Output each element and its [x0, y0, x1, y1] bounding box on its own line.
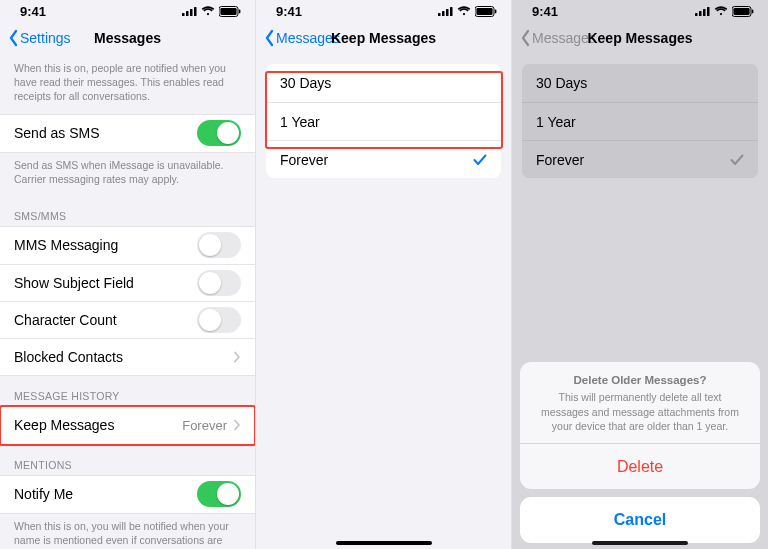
row-label: Notify Me: [14, 486, 73, 502]
battery-icon: [732, 6, 754, 17]
row-label: Forever: [280, 152, 328, 168]
svg-rect-2: [190, 9, 193, 16]
battery-icon: [475, 6, 497, 17]
home-indicator[interactable]: [592, 541, 688, 545]
notify-me-row[interactable]: Notify Me: [0, 476, 255, 513]
svg-rect-0: [182, 13, 185, 16]
clock: 9:41: [20, 4, 46, 19]
sheet-title: Delete Older Messages?: [536, 374, 744, 386]
clock: 9:41: [276, 4, 302, 19]
blocked-contacts-row[interactable]: Blocked Contacts: [0, 338, 255, 375]
action-sheet: Delete Older Messages? This will permane…: [512, 362, 768, 543]
svg-rect-15: [699, 11, 702, 16]
section-mentions: MENTIONS: [0, 445, 255, 475]
back-label: Messages: [276, 30, 340, 46]
svg-rect-8: [442, 11, 445, 16]
row-label: Blocked Contacts: [14, 349, 123, 365]
svg-rect-7: [438, 13, 441, 16]
section-sms-mms: SMS/MMS: [0, 196, 255, 226]
svg-rect-16: [703, 9, 706, 16]
notify-me-note: When this is on, you will be notified wh…: [0, 514, 255, 549]
chevron-left-icon: [264, 29, 275, 47]
nav-bar: Messages Keep Messages: [512, 20, 768, 56]
wifi-icon: [201, 6, 215, 16]
character-count-row[interactable]: Character Count: [0, 301, 255, 338]
row-label: Show Subject Field: [14, 275, 134, 291]
read-receipts-note: When this is on, people are notified whe…: [0, 56, 255, 114]
svg-rect-19: [733, 7, 749, 14]
keep-messages-row[interactable]: Keep Messages Forever: [0, 407, 255, 444]
row-label: MMS Messaging: [14, 237, 118, 253]
option-forever: Forever: [522, 140, 758, 178]
chevron-right-icon: [233, 351, 241, 363]
back-label: Settings: [20, 30, 71, 46]
row-label: Send as SMS: [14, 125, 100, 141]
home-indicator[interactable]: [336, 541, 432, 545]
row-label: 1 Year: [280, 114, 320, 130]
svg-rect-14: [695, 13, 698, 16]
cellular-icon: [182, 6, 197, 16]
row-label: 1 Year: [536, 114, 576, 130]
row-label: 30 Days: [280, 75, 331, 91]
option-forever[interactable]: Forever: [266, 140, 501, 178]
status-bar: 9:41: [512, 0, 768, 20]
svg-rect-9: [446, 9, 449, 16]
back-label: Messages: [532, 30, 596, 46]
row-label: Forever: [536, 152, 584, 168]
svg-rect-1: [186, 11, 189, 16]
battery-icon: [219, 6, 241, 17]
back-button[interactable]: Settings: [8, 29, 71, 47]
wifi-icon: [714, 6, 728, 16]
status-bar: 9:41: [0, 0, 255, 20]
svg-rect-3: [194, 7, 197, 16]
option-1-year: 1 Year: [522, 102, 758, 140]
send-as-sms-row[interactable]: Send as SMS: [0, 115, 255, 152]
status-bar: 9:41: [256, 0, 511, 20]
cellular-icon: [695, 6, 710, 16]
keep-messages-confirm-screen: 9:41 Messages Keep Messages 30 Days 1 Ye…: [512, 0, 768, 549]
charcount-toggle[interactable]: [197, 307, 241, 333]
checkmark-icon: [730, 154, 744, 166]
chevron-left-icon: [8, 29, 19, 47]
cancel-button[interactable]: Cancel: [520, 497, 760, 543]
svg-rect-12: [476, 7, 492, 14]
wifi-icon: [457, 6, 471, 16]
back-button: Messages: [520, 29, 596, 47]
keep-messages-screen: 9:41 Messages Keep Messages 30 Days 1 Ye…: [256, 0, 512, 549]
svg-rect-10: [450, 7, 453, 16]
checkmark-icon: [473, 154, 487, 166]
row-label: Character Count: [14, 312, 117, 328]
option-1-year[interactable]: 1 Year: [266, 102, 501, 140]
sheet-message: This will permanently delete all text me…: [536, 390, 744, 433]
row-label: Keep Messages: [14, 417, 114, 433]
option-30-days: 30 Days: [522, 64, 758, 102]
mms-toggle[interactable]: [197, 232, 241, 258]
show-subject-row[interactable]: Show Subject Field: [0, 264, 255, 301]
chevron-right-icon: [233, 419, 241, 431]
option-30-days[interactable]: 30 Days: [266, 64, 501, 102]
keep-messages-value: Forever: [182, 418, 227, 433]
svg-rect-13: [495, 9, 497, 13]
svg-rect-6: [239, 9, 241, 13]
delete-button[interactable]: Delete: [520, 443, 760, 489]
nav-bar: Settings Messages: [0, 20, 255, 56]
send-as-sms-toggle[interactable]: [197, 120, 241, 146]
messages-settings-screen: 9:41 Settings Messages When this is on, …: [0, 0, 256, 549]
row-label: 30 Days: [536, 75, 587, 91]
svg-rect-17: [707, 7, 710, 16]
back-button[interactable]: Messages: [264, 29, 340, 47]
send-sms-note: Send as SMS when iMessage is unavailable…: [0, 153, 255, 196]
svg-rect-20: [752, 9, 754, 13]
notify-me-toggle[interactable]: [197, 481, 241, 507]
cellular-icon: [438, 6, 453, 16]
mms-messaging-row[interactable]: MMS Messaging: [0, 227, 255, 264]
subject-toggle[interactable]: [197, 270, 241, 296]
svg-rect-5: [220, 7, 236, 14]
chevron-left-icon: [520, 29, 531, 47]
clock: 9:41: [532, 4, 558, 19]
nav-bar: Messages Keep Messages: [256, 20, 511, 56]
section-history: MESSAGE HISTORY: [0, 376, 255, 406]
